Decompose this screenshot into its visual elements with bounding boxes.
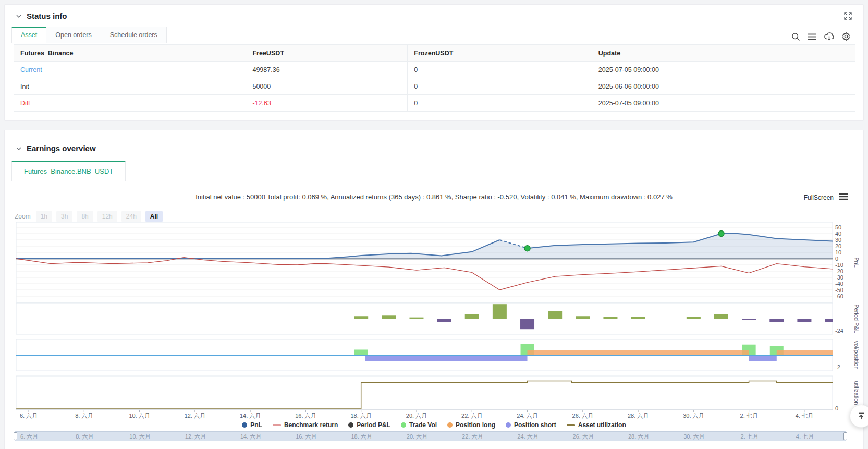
- col-free-usdt: FreeUSDT: [246, 45, 408, 62]
- legend-item-period-pnl[interactable]: Period P&L: [348, 421, 390, 429]
- datazoom-date-label: 18. 六月: [351, 433, 372, 441]
- benchmark-marker-icon: [273, 424, 281, 426]
- svg-text:16. 六月: 16. 六月: [295, 412, 316, 419]
- trade-vol-marker-icon: [401, 422, 406, 428]
- zoom-all-button[interactable]: All: [145, 211, 163, 222]
- svg-text:Period P&L: Period P&L: [853, 304, 860, 333]
- datazoom-date-label: 30. 六月: [683, 433, 704, 441]
- datazoom-date-label: 4. 七月: [796, 433, 814, 441]
- zoom-range-selector: Zoom 1h 3h 8h 12h 24h All: [15, 211, 163, 222]
- status-tabs: Asset Open orders Schedule orders: [11, 27, 863, 43]
- svg-text:22. 六月: 22. 六月: [461, 412, 482, 419]
- datazoom-date-label: 24. 六月: [517, 433, 538, 441]
- menu-icon[interactable]: [808, 33, 817, 41]
- tab-open-orders[interactable]: Open orders: [46, 27, 101, 43]
- legend-item-position-short[interactable]: Position short: [506, 421, 556, 429]
- chart-legend: PnL Benchmark return Period P&L Trade Vo…: [5, 420, 863, 430]
- svg-text:12. 六月: 12. 六月: [185, 412, 205, 419]
- svg-text:18. 六月: 18. 六月: [351, 412, 372, 419]
- zoom-24h-button[interactable]: 24h: [121, 211, 141, 222]
- gear-icon[interactable]: [841, 32, 851, 41]
- legend-item-trade-vol[interactable]: Trade Vol: [401, 421, 437, 429]
- row-diff-label: Diff: [14, 95, 246, 112]
- asset-table: Futures_Binance FreeUSDT FrozenUSDT Upda…: [14, 44, 855, 112]
- tab-futures-binance-bnb-usdt[interactable]: Futures_Binance.BNB_USDT: [11, 161, 126, 181]
- search-icon[interactable]: [791, 32, 800, 41]
- row-init-update: 2025-06-06 00:00:00: [592, 78, 855, 95]
- svg-text:8. 六月: 8. 六月: [75, 412, 93, 419]
- position-short-marker-icon: [506, 422, 511, 428]
- datazoom-date-label: 2. 七月: [741, 433, 759, 441]
- panel-util: [16, 376, 833, 410]
- svg-text:vol/position: vol/position: [853, 341, 860, 369]
- svg-text:2. 七月: 2. 七月: [740, 412, 758, 419]
- datazoom-date-label: 10. 六月: [129, 433, 150, 441]
- earnings-header: Earnings overview: [5, 130, 863, 153]
- svg-text:30: 30: [835, 237, 841, 243]
- row-diff-frozen: 0: [408, 95, 592, 112]
- zoom-12h-button[interactable]: 12h: [97, 211, 117, 222]
- col-update: Update: [592, 45, 855, 62]
- datazoom-right-handle[interactable]: [843, 432, 847, 440]
- earnings-chart[interactable]: 50403020100-10-20-30-40-50-60-24-206. 六月…: [5, 207, 864, 420]
- status-toolbar: [791, 32, 851, 41]
- table-row: Diff -12.63 0 2025-07-05 09:00:00: [14, 95, 855, 112]
- svg-text:0: 0: [835, 256, 838, 262]
- svg-text:50: 50: [835, 224, 841, 230]
- chevron-down-icon[interactable]: [16, 145, 22, 152]
- datazoom-date-label: 16. 六月: [296, 433, 316, 441]
- col-futures-binance: Futures_Binance: [14, 45, 246, 62]
- svg-text:-60: -60: [835, 293, 843, 299]
- row-current-label[interactable]: Current: [14, 62, 246, 78]
- table-header-row: Futures_Binance FreeUSDT FrozenUSDT Upda…: [14, 45, 855, 62]
- svg-text:4. 七月: 4. 七月: [796, 412, 813, 419]
- row-diff-free: -12.63: [246, 95, 408, 112]
- summary-stats: Initial net value : 50000 Total profit: …: [5, 193, 863, 201]
- zoom-3h-button[interactable]: 3h: [56, 211, 72, 222]
- asset-utilization-marker-icon: [567, 424, 575, 426]
- pnl-marker-icon: [242, 422, 247, 428]
- zoom-1h-button[interactable]: 1h: [36, 211, 52, 222]
- cloud-download-icon[interactable]: [824, 32, 834, 41]
- status-info-title: Status info: [27, 11, 67, 20]
- svg-text:-2: -2: [835, 364, 840, 370]
- datazoom-date-label: 26. 六月: [573, 433, 594, 441]
- fullscreen-icon[interactable]: [844, 12, 852, 20]
- svg-text:20: 20: [835, 243, 841, 249]
- status-info-header: Status info: [5, 5, 863, 20]
- svg-text:20. 六月: 20. 六月: [406, 412, 427, 419]
- svg-text:10. 六月: 10. 六月: [129, 412, 150, 419]
- row-current-update: 2025-07-05 09:00:00: [592, 62, 855, 78]
- svg-text:6. 六月: 6. 六月: [20, 412, 38, 419]
- svg-text:14. 六月: 14. 六月: [240, 412, 261, 419]
- row-init-free: 50000: [246, 78, 408, 95]
- svg-text:40: 40: [835, 230, 841, 237]
- tab-asset[interactable]: Asset: [11, 27, 46, 43]
- status-info-card: Status info Asset Open orders Schedule o…: [4, 4, 864, 121]
- arrow-to-top-icon: [857, 412, 865, 420]
- chevron-down-icon[interactable]: [16, 13, 22, 19]
- svg-text:-10: -10: [835, 262, 843, 268]
- zoom-8h-button[interactable]: 8h: [77, 211, 93, 222]
- svg-text:-20: -20: [835, 268, 843, 274]
- row-diff-update: 2025-07-05 09:00:00: [592, 95, 855, 112]
- datazoom-slider[interactable]: 6. 六月8. 六月10. 六月12. 六月14. 六月16. 六月18. 六月…: [15, 431, 846, 441]
- tab-schedule-orders[interactable]: Schedule orders: [101, 27, 167, 43]
- datazoom-left-handle[interactable]: [14, 432, 17, 440]
- chart-menu-icon[interactable]: [839, 193, 848, 202]
- table-row: Init 50000 0 2025-06-06 00:00:00: [14, 78, 855, 95]
- panel-period: [16, 303, 833, 334]
- datazoom-date-label: 28. 六月: [628, 433, 649, 441]
- legend-item-position-long[interactable]: Position long: [447, 421, 495, 429]
- earnings-title: Earnings overview: [27, 144, 96, 153]
- datazoom-date-label: 20. 六月: [407, 433, 427, 441]
- svg-text:26. 六月: 26. 六月: [572, 412, 593, 419]
- row-init-frozen: 0: [408, 78, 592, 95]
- legend-item-pnl[interactable]: PnL: [242, 421, 262, 429]
- svg-text:-50: -50: [835, 287, 843, 293]
- fullscreen-button[interactable]: FullScreen: [804, 194, 834, 201]
- row-init-label: Init: [14, 78, 246, 95]
- legend-item-asset-utilization[interactable]: Asset utilization: [567, 421, 626, 429]
- svg-text:10: 10: [835, 249, 841, 256]
- legend-item-benchmark-return[interactable]: Benchmark return: [273, 421, 338, 429]
